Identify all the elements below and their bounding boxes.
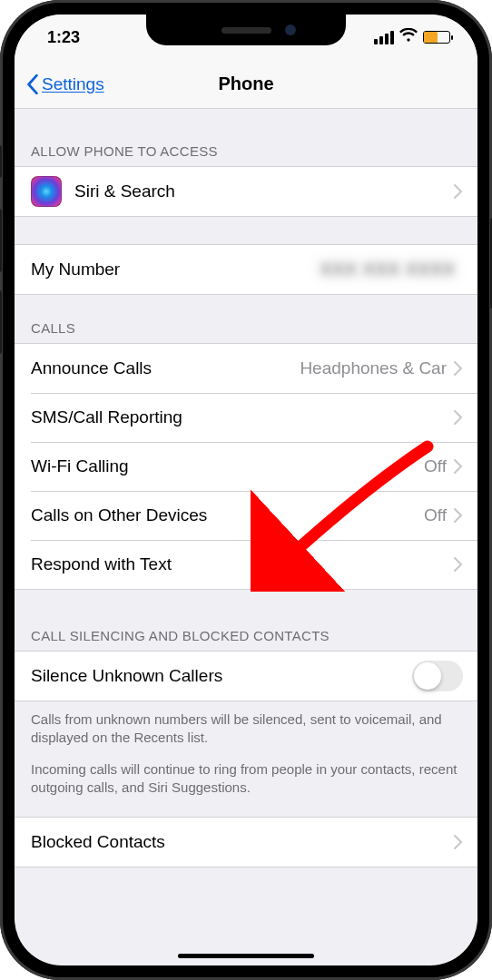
announce-calls-row[interactable]: Announce Calls Headphones & Car [15,344,477,393]
cellular-signal-icon [374,31,394,44]
silence-unknown-callers-label: Silence Unknown Callers [31,666,412,686]
battery-icon [423,31,450,44]
blocked-contacts-label: Blocked Contacts [31,832,454,852]
calls-other-devices-row[interactable]: Calls on Other Devices Off [15,491,477,540]
chevron-right-icon [454,835,463,849]
chevron-left-icon [25,74,40,94]
home-indicator [178,954,314,958]
my-number-value: XXX XXX XXXX [320,260,456,279]
back-button[interactable]: Settings [25,74,104,94]
chevron-right-icon [454,410,463,425]
section-header-calls: CALLS [15,295,477,343]
respond-with-text-row[interactable]: Respond with Text [15,540,477,589]
siri-icon [31,176,62,207]
back-label: Settings [42,74,104,94]
silence-unknown-callers-toggle[interactable] [412,661,463,691]
chevron-right-icon [454,184,463,199]
silence-unknown-callers-row[interactable]: Silence Unknown Callers [15,652,477,701]
announce-calls-value: Headphones & Car [300,358,447,378]
respond-with-text-label: Respond with Text [31,554,454,574]
siri-search-row[interactable]: Siri & Search [15,167,477,216]
silencing-footer-2: Incoming calls will continue to ring fro… [15,748,477,818]
sms-call-reporting-label: SMS/Call Reporting [31,407,454,427]
my-number-row[interactable]: My Number XXX XXX XXXX [15,245,477,294]
wifi-icon [399,28,418,47]
navigation-bar: Settings Phone [15,60,477,109]
siri-search-label: Siri & Search [74,181,454,201]
my-number-label: My Number [31,260,320,279]
chevron-right-icon [454,557,463,572]
chevron-right-icon [454,508,463,523]
wifi-calling-value: Off [424,456,447,476]
wifi-calling-label: Wi-Fi Calling [31,456,424,476]
sms-call-reporting-row[interactable]: SMS/Call Reporting [15,393,477,442]
silencing-footer-1: Calls from unknown numbers will be silen… [15,701,477,748]
announce-calls-label: Announce Calls [31,358,300,378]
section-header-access: ALLOW PHONE TO ACCESS [15,109,477,166]
calls-other-devices-value: Off [424,505,447,525]
wifi-calling-row[interactable]: Wi-Fi Calling Off [15,442,477,491]
section-header-silencing: CALL SILENCING AND BLOCKED CONTACTS [15,590,477,651]
blocked-contacts-row[interactable]: Blocked Contacts [15,818,477,867]
status-time: 1:23 [47,28,80,47]
calls-other-devices-label: Calls on Other Devices [31,505,424,525]
chevron-right-icon [454,361,463,376]
chevron-right-icon [454,459,463,474]
